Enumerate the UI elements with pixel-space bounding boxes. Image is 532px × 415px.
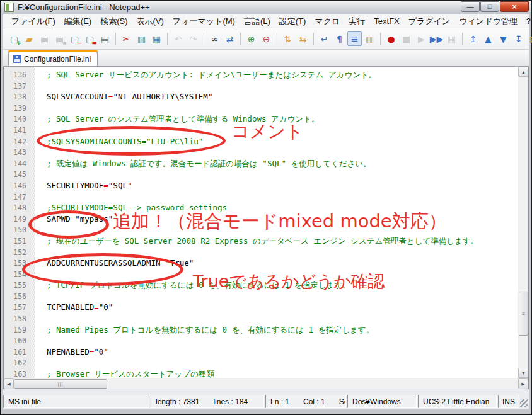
line-text[interactable]: ;SQLSYSADMINACCOUNTS="LIU-PC\liu" [47, 137, 203, 146]
line-text[interactable]: ; SQL Server サービスのアカウント: ドメイン\ユーザーまたはシステ… [47, 70, 376, 81]
print-button[interactable]: ▤ [98, 31, 112, 46]
toolbar-separator [277, 33, 277, 45]
line-text[interactable] [47, 192, 52, 202]
tab-configurationfile-ini[interactable]: ConfigurationFile.ini [8, 52, 98, 66]
zoom-in-button[interactable]: ⊕ [244, 31, 258, 46]
line-text[interactable] [47, 314, 52, 323]
macro-run-multiple-button[interactable]: ▶▶ [429, 31, 444, 46]
indent-guide-button[interactable]: ≡ [347, 31, 362, 46]
line-text[interactable] [47, 81, 52, 91]
line-text[interactable]: SQLSVCACCOUNT="NT AUTHORITY\SYSTEM" [47, 92, 212, 101]
line-text[interactable]: ; Named Pipes プロトコルを無効にするには 0 を、有効にするには … [47, 325, 374, 336]
horizontal-scrollbar[interactable]: ◀ ||| ▶ [4, 378, 528, 389]
line-text[interactable] [47, 225, 52, 234]
line-text[interactable] [47, 336, 52, 345]
close-all-button[interactable]: ▢= [83, 31, 97, 46]
menu-textfx[interactable]: TextFX [369, 14, 403, 28]
line-text[interactable]: ; 既定値は Windows 認証です。混合モード認証の場合は "SQL" を使… [47, 159, 371, 169]
menu-search[interactable]: 検索(S) [96, 14, 132, 28]
menu-language[interactable]: 言語(L) [240, 14, 275, 28]
line-text[interactable]: ; 現在のユーザーを SQL Server 2008 R2 Express のデ… [47, 236, 478, 247]
vertical-scrollbar-thumb[interactable]: ≡ [519, 292, 528, 336]
line-text[interactable] [47, 247, 52, 257]
menu-edit[interactable]: 編集(E) [60, 14, 96, 28]
goto-bottom-button[interactable]: ↧ [511, 31, 526, 46]
menu-settings[interactable]: 設定(T) [275, 14, 311, 28]
ini-key: SQLSVCACCOUNT [47, 92, 108, 101]
line-text[interactable]: ; SQL Server のシステム管理者として準備する Windows アカウ… [47, 114, 319, 125]
menu-view[interactable]: 表示(V) [132, 14, 168, 28]
find-button[interactable]: ∞ [207, 31, 222, 46]
word-wrap-button[interactable]: ↵ [317, 31, 332, 46]
scroll-right-arrow[interactable]: ▶ [518, 378, 528, 389]
line-text[interactable] [47, 292, 52, 301]
scroll-left-arrow[interactable]: ◀ [4, 378, 14, 389]
open-file-button[interactable]: ▰ [22, 31, 37, 46]
resize-grip[interactable] [521, 395, 529, 408]
line-text[interactable] [47, 169, 52, 179]
indent-guide-icon: ≡ [351, 35, 359, 43]
minimize-button[interactable]: — [461, 1, 480, 12]
line-text[interactable] [47, 147, 52, 157]
menu-plugins[interactable]: プラグイン [404, 14, 455, 28]
scroll-up-arrow[interactable]: ▲ [518, 67, 529, 77]
sync-horizontal-scroll-button[interactable]: ⇆ [296, 31, 310, 46]
line-text[interactable] [47, 103, 52, 113]
show-all-characters-icon: ¶ [337, 35, 342, 43]
replace-button[interactable]: ⇄ [223, 31, 237, 46]
ini-equals: = [103, 181, 108, 190]
show-all-characters-button[interactable]: ¶ [332, 31, 347, 46]
menu-macro[interactable]: マクロ [310, 14, 344, 28]
status-lines: lines : 184 [213, 397, 248, 406]
goto-top-button[interactable]: ↥ [466, 31, 480, 46]
status-selection: Sel : 0 [339, 397, 346, 406]
toolbar-separator [313, 33, 314, 45]
sync-vertical-scroll-button[interactable]: ⇅ [280, 31, 295, 46]
editor-line: 151; 現在のユーザーを SQL Server 2008 R2 Express… [4, 236, 518, 247]
maximize-button[interactable]: □ [480, 1, 499, 12]
line-text[interactable]: NPENABLED="0" [47, 347, 108, 356]
vertical-scrollbar[interactable]: ▲ ≡ ▼ [518, 67, 528, 378]
line-text[interactable] [47, 125, 52, 135]
comment-text: ; SQL Server サービスのアカウント: ドメイン\ユーザーまたはシステ… [47, 70, 376, 79]
line-text[interactable]: ADDCURRENTUSERASSQLADMIN="True" [47, 258, 194, 268]
ini-key: SECURITYMODE [47, 181, 103, 190]
zoom-out-button[interactable]: ⊖ [259, 31, 274, 46]
goto-down-button[interactable]: ▼ [496, 31, 511, 46]
menu-format[interactable]: フォーマット(M) [168, 14, 240, 28]
menu-help[interactable]: ? [522, 14, 532, 28]
line-text[interactable] [47, 270, 52, 279]
line-text[interactable] [47, 358, 52, 367]
doc-map-button[interactable]: ▥ [362, 31, 377, 46]
plugin-doc-button[interactable]: ▨ [526, 31, 532, 46]
comment-text: ; SQL Server のシステム管理者として準備する Windows アカウ… [47, 114, 319, 123]
line-number: 139 [4, 103, 30, 113]
line-text[interactable]: TCPENABLED="0" [47, 302, 113, 312]
line-text[interactable]: ;SECURITYMODE=SQL -> password settings [47, 203, 227, 212]
saved-file-icon [13, 55, 21, 63]
word-wrap-icon: ↵ [321, 35, 328, 43]
copy-button[interactable]: ▥ [134, 31, 149, 46]
paste-button[interactable]: ▦ [149, 31, 164, 46]
new-file-button[interactable]: ▢+ [7, 31, 21, 46]
goto-up-button[interactable]: ▲ [481, 31, 495, 46]
scroll-down-arrow[interactable]: ▼ [518, 368, 529, 378]
line-number: 149 [4, 214, 30, 224]
menu-window-manage[interactable]: ウィンドウ管理 [454, 14, 522, 28]
close-file-button[interactable]: ▢− [67, 31, 82, 46]
menu-run[interactable]: 実行 [344, 14, 369, 28]
toolbar-separator [380, 33, 381, 45]
menu-file[interactable]: ファイル(F) [7, 14, 60, 28]
editor-line: 153ADDCURRENTUSERASSQLADMIN="True" [4, 258, 518, 270]
close-button[interactable]: × [500, 1, 529, 12]
line-text[interactable]: SAPWD="mypass" [47, 214, 113, 224]
macro-record-button[interactable]: ● [384, 31, 398, 46]
line-number: 159 [4, 325, 30, 334]
cut-button[interactable]: ✂ [119, 31, 134, 46]
line-text[interactable]: ; TCP/IP プロトコルを無効にするには 0 を、有効にするには 1 を指定… [47, 280, 350, 291]
editor-pane[interactable]: 136; SQL Server サービスのアカウント: ドメイン\ユーザーまたは… [3, 67, 529, 389]
horizontal-scrollbar-thumb[interactable]: ||| [14, 379, 107, 389]
ini-value: "SQL" [108, 181, 132, 190]
line-text[interactable]: SECURITYMODE="SQL" [47, 181, 132, 190]
save-all-button: ▣▪ [52, 31, 67, 46]
